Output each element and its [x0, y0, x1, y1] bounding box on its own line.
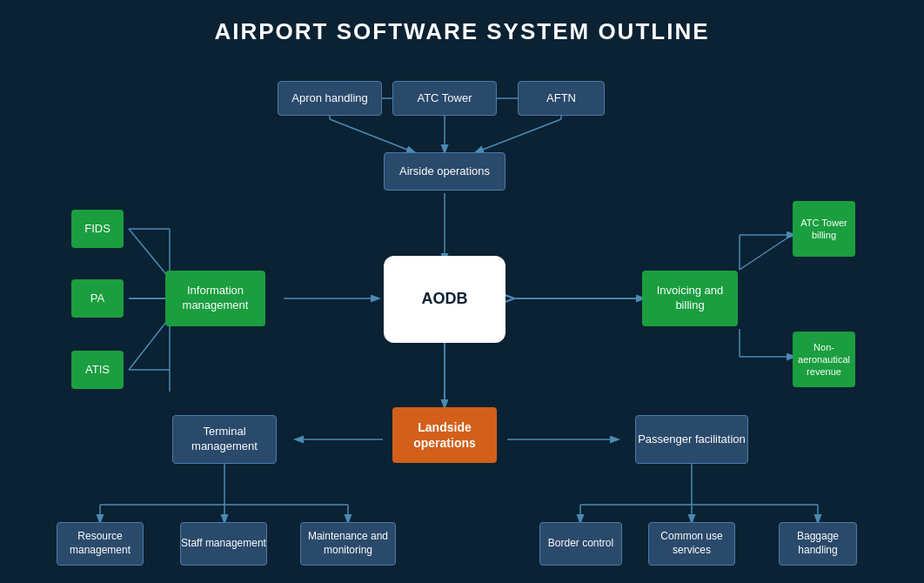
pa-node: PA [71, 279, 124, 318]
non-aero-revenue-node: Non-aeronautical revenue [793, 332, 855, 387]
common-use-services-node: Common use services [648, 522, 735, 566]
aodb-node: AODB [384, 256, 506, 343]
baggage-handling-node: Baggage handling [779, 522, 857, 566]
border-control-node: Border control [539, 522, 622, 566]
maintenance-monitoring-node: Maintenance and monitoring [300, 522, 396, 566]
svg-line-9 [129, 229, 170, 278]
landside-operations-node: Landside operations [392, 407, 497, 463]
apron-handling-node: Apron handling [278, 81, 382, 116]
passenger-facilitation-node: Passenger facilitation [635, 415, 748, 464]
svg-line-11 [129, 318, 170, 370]
invoicing-billing-node: Invoicing and billing [642, 271, 738, 326]
svg-line-19 [740, 233, 794, 270]
svg-line-0 [330, 119, 414, 152]
atc-tower-billing-node: ATC Tower billing [793, 201, 855, 257]
atc-tower-node: ATC Tower [392, 81, 497, 116]
aftn-node: AFTN [518, 81, 605, 116]
atis-node: ATIS [71, 351, 124, 389]
staff-management-node: Staff management [180, 522, 267, 566]
information-management-node: Information management [165, 271, 265, 326]
resource-management-node: Resource management [57, 522, 144, 566]
terminal-management-node: Terminal management [172, 415, 277, 464]
airside-operations-node: Airside operations [384, 152, 506, 191]
page-title: AIRPORT SOFTWARE SYSTEM OUTLINE [214, 18, 709, 44]
svg-line-2 [476, 119, 561, 152]
fids-node: FIDS [71, 210, 124, 248]
